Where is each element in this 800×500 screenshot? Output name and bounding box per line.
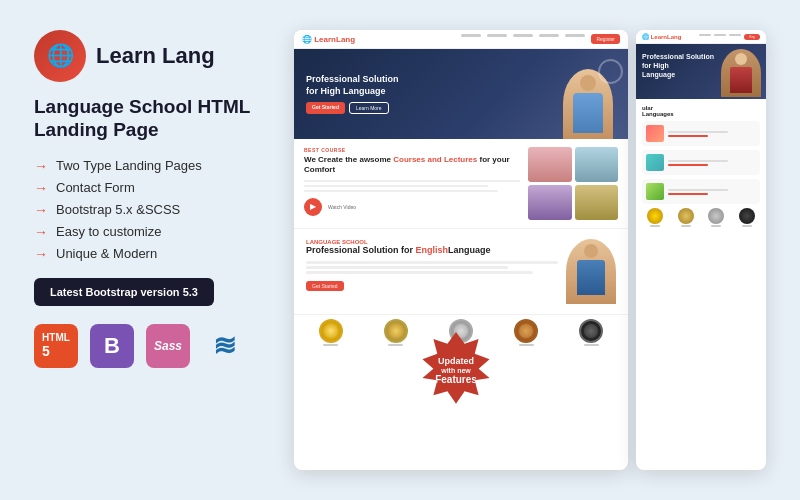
pro-solution-section: LANGUAGE SCHOOL Professional Solution fo…	[294, 228, 628, 314]
sec-nav-dots: Reg	[699, 34, 760, 40]
sec-img-1	[646, 125, 664, 142]
sec-card-3	[642, 179, 760, 204]
medal-icon-5	[579, 319, 603, 343]
list-item: → Easy to customize	[34, 224, 274, 240]
sec-medal-stand	[742, 225, 752, 227]
main-preview: 🌐 LearnLang Register Professional Soluti…	[294, 30, 628, 470]
arrow-icon: →	[34, 224, 48, 240]
student-img-4	[575, 185, 619, 220]
student-img-2	[575, 147, 619, 182]
feature-label: Bootstrap 5.x &SCSS	[56, 202, 180, 217]
preview-nav-links: Register	[461, 34, 620, 44]
brand-name: Learn Lang	[96, 43, 215, 69]
action-row: ▶ Watch Video	[304, 198, 520, 216]
badge-line2: with new	[435, 367, 477, 375]
logo-row: 🌐 Learn Lang	[34, 30, 274, 82]
section-heading: We Create the awsome Courses and Lecture…	[304, 155, 520, 176]
sec-medal-3	[708, 208, 724, 224]
award-2	[384, 319, 408, 346]
play-button: ▶	[304, 198, 322, 216]
desc-lines	[304, 180, 520, 192]
sec-medal-stand	[681, 225, 691, 227]
medal-icon-2	[384, 319, 408, 343]
sec-img-3	[646, 183, 664, 200]
sass-icon: Sass	[146, 324, 190, 368]
sec-medal-stand	[711, 225, 721, 227]
sec-hero-person	[721, 49, 761, 97]
sec-awards	[642, 208, 760, 227]
arrow-icon: →	[34, 180, 48, 196]
section-tag: BEST COURSE	[304, 147, 520, 153]
medal-icon-1	[319, 319, 343, 343]
jquery-icon: ≋	[202, 324, 246, 368]
play-label: Watch Video	[328, 204, 356, 210]
hero-heading: Professional Solutionfor High Language	[306, 74, 399, 97]
sec-card-lines-1	[668, 131, 728, 137]
html5-icon: HTML5	[34, 324, 78, 368]
list-item: → Two Type Landing Pages	[34, 158, 274, 174]
hero-btn-2: Learn More	[349, 102, 389, 114]
student-img-1	[528, 147, 572, 182]
badge-line1: Updated	[435, 357, 477, 367]
sec-reg-btn: Reg	[744, 34, 760, 40]
pro-cta-btn: Get Started	[306, 281, 344, 291]
sec-card-2	[642, 150, 760, 175]
pro-person-image	[566, 239, 616, 304]
feature-label: Two Type Landing Pages	[56, 158, 202, 173]
student-img-3	[528, 185, 572, 220]
sec-award-3	[708, 208, 724, 227]
pro-desc	[306, 261, 558, 274]
sec-medal-2	[678, 208, 694, 224]
preview-hero: Professional Solutionfor High Language G…	[294, 49, 628, 139]
sec-medal-4	[739, 208, 755, 224]
decorative-circle	[598, 59, 623, 84]
courses-section: BEST COURSE We Create the awsome Courses…	[294, 139, 628, 228]
popular-heading: ularLanguages	[642, 105, 760, 117]
award-5	[579, 319, 603, 346]
sec-award-1	[647, 208, 663, 227]
hero-btn: Get Started	[306, 102, 345, 114]
preview-logo: 🌐 LearnLang	[302, 35, 355, 44]
sec-line-accent	[668, 193, 708, 195]
sec-card-1	[642, 121, 760, 146]
sec-hero: Professional Solutionfor HighLanguage	[636, 44, 766, 99]
award-4	[514, 319, 538, 346]
sec-card-lines-2	[668, 160, 728, 166]
list-item: → Unique & Modern	[34, 246, 274, 262]
bootstrap-badge-button[interactable]: Latest Bootstrap version 5.3	[34, 278, 214, 306]
right-panel: 🌐 LearnLang Register Professional Soluti…	[294, 30, 766, 470]
product-title: Language School HTML Landing Page	[34, 96, 274, 142]
sec-line	[668, 160, 728, 162]
product-card: 🌐 Learn Lang Language School HTML Landin…	[10, 10, 790, 490]
feature-label: Contact Form	[56, 180, 135, 195]
brand-icon: 🌐	[34, 30, 86, 82]
arrow-icon: →	[34, 202, 48, 218]
badge-text: Updated with new Features	[431, 355, 481, 388]
popular-section: ularLanguages	[636, 99, 766, 233]
award-1	[319, 319, 343, 346]
sec-award-4	[739, 208, 755, 227]
pro-text: LANGUAGE SCHOOL Professional Solution fo…	[306, 239, 558, 304]
sec-navbar: 🌐 LearnLang Reg	[636, 30, 766, 44]
courses-text: BEST COURSE We Create the awsome Courses…	[304, 147, 520, 220]
sec-award-2	[678, 208, 694, 227]
secondary-preview: 🌐 LearnLang Reg Professional Solutionfor…	[636, 30, 766, 470]
arrow-icon: →	[34, 246, 48, 262]
bootstrap-icon: B	[90, 324, 134, 368]
feature-list: → Two Type Landing Pages → Contact Form …	[34, 158, 274, 262]
sec-medal-stand	[650, 225, 660, 227]
sec-line	[668, 189, 728, 191]
feature-label: Unique & Modern	[56, 246, 157, 261]
medal-icon-4	[514, 319, 538, 343]
arrow-icon: →	[34, 158, 48, 174]
preview-navbar: 🌐 LearnLang Register	[294, 30, 628, 49]
tech-icons-row: HTML5 B Sass ≋	[34, 324, 274, 368]
sec-line-accent	[668, 135, 708, 137]
badge-line3: Features	[435, 374, 477, 385]
hero-text: Professional Solutionfor High Language G…	[306, 74, 399, 114]
sec-card-lines-3	[668, 189, 728, 195]
sec-img-2	[646, 154, 664, 171]
sec-medal-1	[647, 208, 663, 224]
left-panel: 🌐 Learn Lang Language School HTML Landin…	[34, 30, 274, 470]
preview-cta-btn: Register	[591, 34, 620, 44]
